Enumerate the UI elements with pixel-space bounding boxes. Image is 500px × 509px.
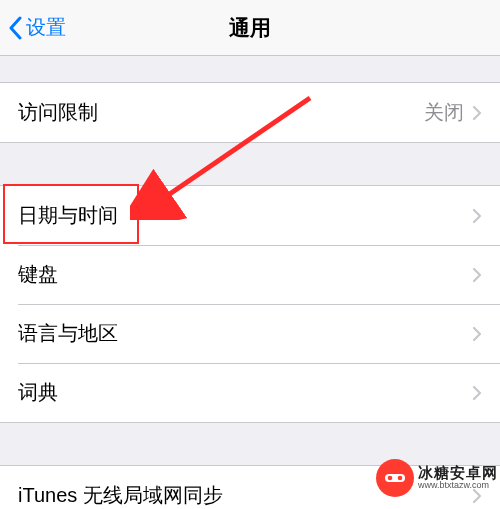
back-label: 设置: [26, 14, 66, 41]
page-title: 通用: [0, 14, 500, 42]
chevron-right-icon: [472, 326, 482, 342]
navbar: 设置 通用: [0, 0, 500, 56]
chevron-right-icon: [472, 385, 482, 401]
back-button[interactable]: 设置: [0, 14, 66, 41]
watermark: 冰糖安卓网 www.btxtazw.com: [376, 459, 498, 497]
row-label: 日期与时间: [18, 202, 472, 229]
group-restrictions: 访问限制 关闭: [0, 82, 500, 143]
row-value: 关闭: [424, 99, 464, 126]
row-restrictions[interactable]: 访问限制 关闭: [0, 83, 500, 142]
row-dictionary[interactable]: 词典: [0, 363, 500, 422]
row-label: 语言与地区: [18, 320, 472, 347]
row-label: 词典: [18, 379, 472, 406]
chevron-right-icon: [472, 105, 482, 121]
row-date-time[interactable]: 日期与时间: [0, 186, 500, 245]
chevron-right-icon: [472, 208, 482, 224]
svg-point-2: [388, 476, 393, 481]
row-label: 访问限制: [18, 99, 424, 126]
row-keyboard[interactable]: 键盘: [0, 245, 500, 304]
row-label: 键盘: [18, 261, 472, 288]
chevron-left-icon: [8, 16, 22, 40]
svg-point-3: [398, 476, 403, 481]
watermark-text-en: www.btxtazw.com: [418, 481, 498, 491]
watermark-text-cn: 冰糖安卓网: [418, 465, 498, 482]
chevron-right-icon: [472, 267, 482, 283]
group-settings: 日期与时间 键盘 语言与地区 词典: [0, 185, 500, 423]
row-language-region[interactable]: 语言与地区: [0, 304, 500, 363]
watermark-logo-icon: [376, 459, 414, 497]
